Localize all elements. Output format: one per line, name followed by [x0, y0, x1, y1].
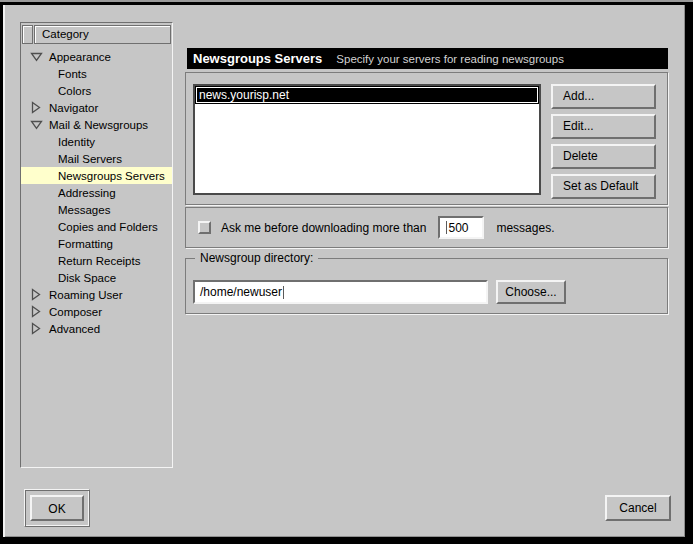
text-cursor — [446, 221, 447, 234]
sidebar-item-label: Appearance — [49, 51, 111, 63]
sidebar-item-return-receipts[interactable]: Return Receipts — [21, 252, 172, 269]
sidebar-item-label: Formatting — [58, 238, 113, 250]
sidebar-item-fonts[interactable]: Fonts — [21, 65, 172, 82]
download-prompt-section: Ask me before downloading more than 500 … — [185, 207, 668, 248]
panel-title-bar: Newsgroups Servers Specify your servers … — [187, 48, 668, 69]
category-header-label: Category — [34, 25, 171, 44]
triangle-collapsed-icon[interactable] — [30, 305, 43, 318]
messages-label: messages. — [496, 221, 554, 235]
category-header: Category — [22, 25, 171, 44]
sidebar-item-label: Disk Space — [58, 272, 116, 284]
page-title: Newsgroups Servers — [187, 51, 322, 66]
sidebar-item-messages[interactable]: Messages — [21, 201, 172, 218]
sidebar-item-label: Return Receipts — [58, 255, 140, 267]
ok-button[interactable]: OK — [30, 495, 84, 521]
sidebar-item-label: Composer — [49, 306, 102, 318]
server-buttons: Add...Edit...DeleteSet as Default — [551, 84, 656, 199]
sidebar-item-identity[interactable]: Identity — [21, 133, 172, 150]
sidebar-item-navigator[interactable]: Navigator — [21, 99, 172, 116]
newsgroup-directory-legend: Newsgroup directory: — [195, 251, 318, 265]
sidebar-item-addressing[interactable]: Addressing — [21, 184, 172, 201]
add--button[interactable]: Add... — [551, 84, 656, 109]
sidebar-item-colors[interactable]: Colors — [21, 82, 172, 99]
page-subtitle: Specify your servers for reading newsgro… — [336, 53, 564, 65]
edit--button[interactable]: Edit... — [551, 114, 656, 139]
server-listbox[interactable]: news.yourisp.net — [193, 84, 541, 195]
set-as-default-button[interactable]: Set as Default — [551, 174, 656, 199]
sidebar-item-copies-and-folders[interactable]: Copies and Folders — [21, 218, 172, 235]
sidebar-item-label: Copies and Folders — [58, 221, 158, 233]
newsgroup-directory-value: /home/newuser — [200, 285, 282, 299]
triangle-collapsed-icon[interactable] — [30, 322, 43, 335]
servers-section: news.yourisp.net Add...Edit...DeleteSet … — [185, 72, 668, 205]
newsgroup-directory-group: Newsgroup directory: /home/newuser Choos… — [185, 258, 668, 314]
sidebar-item-label: Addressing — [58, 187, 116, 199]
sidebar-item-label: Colors — [58, 85, 91, 97]
message-count-value: 500 — [448, 221, 468, 235]
sidebar-item-label: Messages — [58, 204, 110, 216]
sidebar-item-advanced[interactable]: Advanced — [21, 320, 172, 337]
cancel-button[interactable]: Cancel — [605, 495, 671, 521]
ask-before-download-checkbox[interactable] — [198, 221, 211, 234]
sidebar-item-label: Identity — [58, 136, 95, 148]
sidebar-item-label: Roaming User — [49, 289, 123, 301]
ask-before-download-label: Ask me before downloading more than — [221, 221, 426, 235]
category-tree: AppearanceFontsColorsNavigatorMail & New… — [21, 48, 172, 337]
sidebar-item-label: Advanced — [49, 323, 100, 335]
sidebar-item-label: Mail Servers — [58, 153, 122, 165]
sidebar-item-label: Newsgroups Servers — [58, 170, 165, 182]
triangle-collapsed-icon[interactable] — [30, 101, 43, 114]
sidebar-item-appearance[interactable]: Appearance — [21, 48, 172, 65]
sidebar-item-formatting[interactable]: Formatting — [21, 235, 172, 252]
triangle-expanded-icon[interactable] — [30, 119, 43, 130]
sidebar-item-disk-space[interactable]: Disk Space — [21, 269, 172, 286]
ok-default-ring: OK — [24, 489, 90, 527]
sidebar-item-composer[interactable]: Composer — [21, 303, 172, 320]
choose-button[interactable]: Choose... — [496, 280, 566, 304]
sidebar-item-mail-newsgroups[interactable]: Mail & Newsgroups — [21, 116, 172, 133]
sidebar-item-label: Fonts — [58, 68, 87, 80]
message-count-input[interactable]: 500 — [438, 216, 484, 239]
newsgroup-directory-input[interactable]: /home/newuser — [193, 280, 488, 304]
sidebar-item-label: Navigator — [49, 102, 98, 114]
text-cursor — [283, 286, 284, 299]
sidebar-item-newsgroups-servers[interactable]: Newsgroups Servers — [21, 167, 172, 184]
server-list-item[interactable]: news.yourisp.net — [195, 86, 539, 104]
triangle-collapsed-icon[interactable] — [30, 288, 43, 301]
category-header-spacer — [22, 25, 33, 44]
delete-button[interactable]: Delete — [551, 144, 656, 169]
sidebar-item-label: Mail & Newsgroups — [49, 119, 148, 131]
category-panel: Category AppearanceFontsColorsNavigatorM… — [20, 22, 173, 468]
preferences-dialog: Category AppearanceFontsColorsNavigatorM… — [0, 2, 693, 544]
sidebar-item-mail-servers[interactable]: Mail Servers — [21, 150, 172, 167]
sidebar-item-roaming-user[interactable]: Roaming User — [21, 286, 172, 303]
triangle-expanded-icon[interactable] — [30, 51, 43, 62]
